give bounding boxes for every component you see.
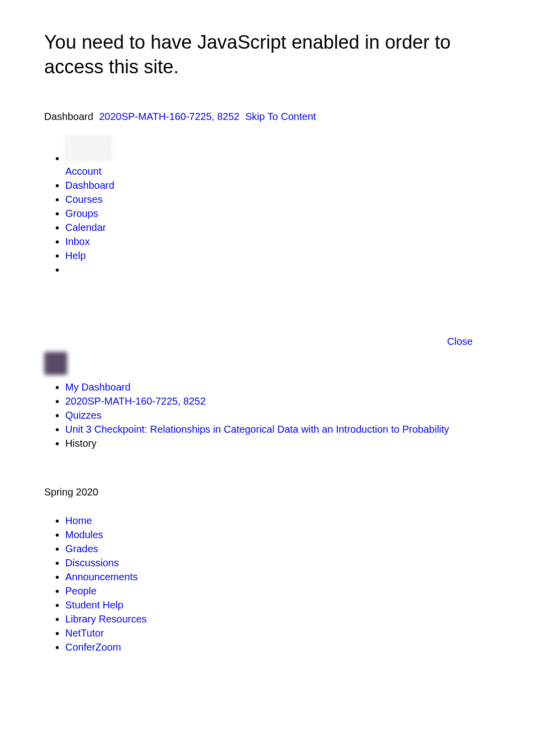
course-nav: Home Modules Grades Discussions Announce… [30, 514, 503, 654]
breadcrumb-quiz-title[interactable]: Unit 3 Checkpoint: Relationships in Cate… [65, 424, 449, 435]
breadcrumb-history: History [65, 438, 96, 449]
nav-empty-item [65, 263, 503, 275]
nav-dashboard-link[interactable]: Dashboard [65, 180, 114, 191]
global-nav: Account Dashboard Courses Groups Calenda… [30, 135, 503, 275]
course-nav-announcements[interactable]: Announcements [65, 571, 138, 582]
avatar-icon [65, 136, 111, 161]
dashboard-label: Dashboard [44, 111, 93, 122]
nav-groups-link[interactable]: Groups [65, 208, 98, 219]
top-links: Dashboard 2020SP-MATH-160-7225, 8252 Ski… [44, 110, 489, 123]
nav-account-item[interactable]: Account [65, 135, 503, 178]
course-nav-nettutor[interactable]: NetTutor [65, 627, 104, 639]
breadcrumb-quizzes[interactable]: Quizzes [65, 410, 101, 421]
course-nav-modules[interactable]: Modules [65, 529, 103, 540]
breadcrumb: My Dashboard 2020SP-MATH-160-7225, 8252 … [30, 380, 503, 450]
course-nav-people[interactable]: People [65, 585, 96, 596]
nav-help-link[interactable]: Help [65, 250, 86, 261]
course-nav-conferzoom[interactable]: ConferZoom [65, 642, 121, 653]
breadcrumb-course[interactable]: 2020SP-MATH-160-7225, 8252 [65, 396, 206, 407]
page-heading: You need to have JavaScript enabled in o… [44, 30, 489, 80]
course-nav-discussions[interactable]: Discussions [65, 557, 119, 568]
course-link[interactable]: 2020SP-MATH-160-7225, 8252 [99, 111, 239, 122]
nav-account-link[interactable]: Account [65, 166, 101, 177]
nav-inbox-link[interactable]: Inbox [65, 236, 90, 247]
course-nav-library-resources[interactable]: Library Resources [65, 613, 147, 624]
nav-calendar-link[interactable]: Calendar [65, 222, 106, 233]
skip-to-content-link[interactable]: Skip To Content [245, 111, 316, 122]
nav-courses-link[interactable]: Courses [65, 194, 102, 205]
close-link[interactable]: Close [447, 336, 473, 347]
term-label: Spring 2020 [44, 485, 489, 498]
course-nav-grades[interactable]: Grades [65, 543, 98, 554]
course-nav-home[interactable]: Home [65, 515, 92, 526]
breadcrumb-my-dashboard[interactable]: My Dashboard [65, 382, 130, 393]
course-icon [44, 352, 67, 375]
course-nav-student-help[interactable]: Student Help [65, 599, 123, 610]
